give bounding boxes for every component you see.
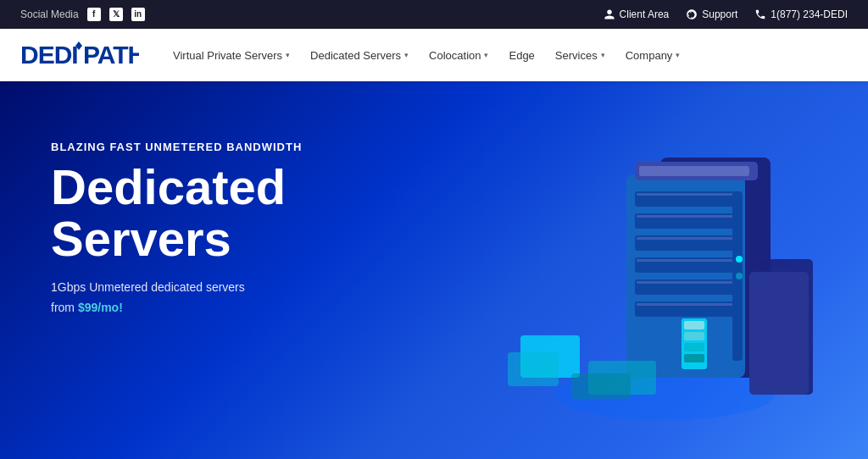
social-media-label: Social Media	[20, 8, 79, 20]
svg-text:PATH: PATH	[83, 41, 139, 69]
hero-content: BLAZING FAST UNMETERED BANDWIDTH Dedicat…	[0, 81, 353, 373]
nav-item-services[interactable]: Services ▾	[547, 44, 614, 67]
svg-rect-21	[639, 166, 749, 176]
nav-item-edge[interactable]: Edge	[500, 44, 542, 67]
svg-rect-16	[637, 237, 735, 240]
server-illustration	[495, 107, 817, 429]
svg-point-23	[736, 256, 743, 263]
svg-rect-19	[637, 303, 735, 306]
navbar: DEDI PATH Virtual Private Servers ▾ Dedi…	[0, 29, 868, 81]
svg-rect-14	[637, 193, 735, 196]
hero-title-line1: Dedicated	[51, 159, 286, 214]
svg-point-24	[736, 273, 743, 279]
svg-rect-31	[749, 272, 809, 395]
logo[interactable]: DEDI PATH	[20, 40, 139, 70]
hero-title: Dedicated Servers	[51, 162, 302, 265]
phone-link[interactable]: 1(877) 234-DEDI	[754, 8, 848, 20]
topbar: Social Media f 𝕏 in Client Area Support …	[0, 0, 868, 29]
facebook-icon[interactable]: f	[87, 8, 101, 21]
hero-title-line2: Servers	[51, 211, 231, 266]
svg-rect-28	[684, 343, 704, 351]
chevron-down-icon: ▾	[676, 51, 680, 59]
hero-section: BLAZING FAST UNMETERED BANDWIDTH Dedicat…	[0, 81, 868, 459]
svg-rect-18	[637, 281, 735, 284]
svg-rect-33	[571, 373, 631, 399]
svg-rect-26	[684, 321, 704, 329]
nav-item-colocation[interactable]: Colocation ▾	[420, 44, 497, 67]
hero-subtitle: 1Gbps Unmetered dedicated servers	[51, 280, 302, 294]
svg-rect-27	[684, 332, 704, 340]
support-link[interactable]: Support	[686, 8, 737, 20]
nav-item-dedicated[interactable]: Dedicated Servers ▾	[302, 44, 417, 67]
topbar-left: Social Media f 𝕏 in	[20, 8, 145, 21]
svg-rect-29	[684, 354, 704, 362]
svg-text:DEDI: DEDI	[20, 41, 78, 69]
logo-svg: DEDI PATH	[20, 40, 139, 70]
twitter-icon[interactable]: 𝕏	[109, 8, 123, 21]
chevron-down-icon: ▾	[601, 51, 605, 59]
price-value: $99/mo!	[78, 301, 123, 314]
nav-item-company[interactable]: Company ▾	[617, 44, 689, 67]
chevron-down-icon: ▾	[404, 51, 409, 59]
svg-rect-5	[508, 352, 559, 386]
hero-price: from $99/mo!	[51, 301, 302, 314]
nav-item-vps[interactable]: Virtual Private Servers ▾	[164, 44, 298, 67]
chevron-down-icon: ▾	[286, 51, 290, 59]
topbar-right: Client Area Support 1(877) 234-DEDI	[604, 8, 848, 20]
chevron-down-icon: ▾	[484, 51, 488, 59]
svg-rect-15	[637, 215, 735, 218]
svg-rect-17	[637, 259, 735, 262]
phone-icon	[754, 8, 766, 20]
price-prefix: from	[51, 301, 78, 314]
nav-links: Virtual Private Servers ▾ Dedicated Serv…	[164, 44, 848, 67]
client-area-link[interactable]: Client Area	[604, 8, 670, 20]
linkedin-icon[interactable]: in	[131, 8, 145, 21]
server-svg	[495, 107, 817, 429]
user-icon	[604, 8, 615, 20]
support-icon	[686, 8, 698, 20]
hero-tagline: BLAZING FAST UNMETERED BANDWIDTH	[51, 141, 302, 153]
